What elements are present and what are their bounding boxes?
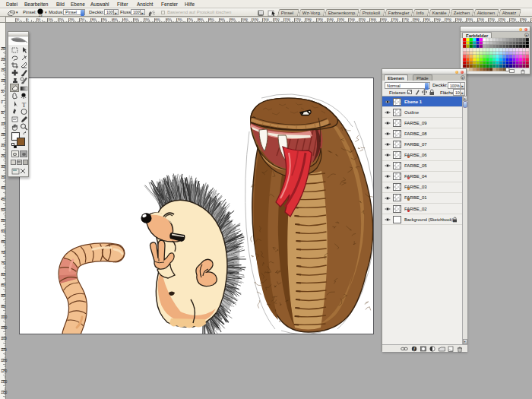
svg-text:T: T [22, 101, 27, 109]
